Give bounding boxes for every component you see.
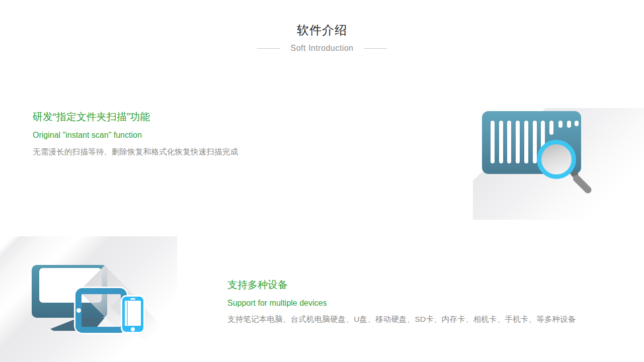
phone-home-button bbox=[131, 327, 135, 331]
page-title: 软件介绍 bbox=[0, 22, 644, 38]
phone-screen bbox=[125, 301, 141, 326]
phone-icon bbox=[122, 297, 143, 332]
magnifier-glass-icon bbox=[537, 140, 576, 179]
magnifier-handle bbox=[572, 173, 593, 195]
barcode-scan-icon bbox=[473, 108, 644, 220]
page-subtitle-row: Soft Introduction bbox=[0, 43, 644, 53]
feature1-heading-cn: 研发“指定文件夹扫描”功能 bbox=[33, 110, 150, 124]
phone-screen-stripe bbox=[127, 301, 128, 325]
feature2-heading-cn: 支持多种设备 bbox=[227, 278, 288, 292]
feature2-heading-en: Support for multiple devices bbox=[227, 299, 327, 308]
feature2-description: 支持笔记本电脑、台式机电脑硬盘、U盘、移动硬盘、SD卡、内存卡、相机卡、手机卡、… bbox=[227, 314, 576, 325]
subtitle-dash-right bbox=[364, 48, 387, 49]
feature1-heading-en: Original "instant scan" function bbox=[33, 131, 142, 140]
multi-devices-icon bbox=[0, 236, 177, 362]
phone-speaker bbox=[130, 298, 135, 300]
page-subtitle: Soft Introduction bbox=[290, 44, 353, 53]
tablet-home-button bbox=[76, 308, 81, 313]
tablet-icon bbox=[75, 288, 127, 333]
feature1-description: 无需漫长的扫描等待、删除恢复和格式化恢复快速扫描完成 bbox=[33, 147, 238, 157]
subtitle-dash-left bbox=[257, 48, 280, 49]
